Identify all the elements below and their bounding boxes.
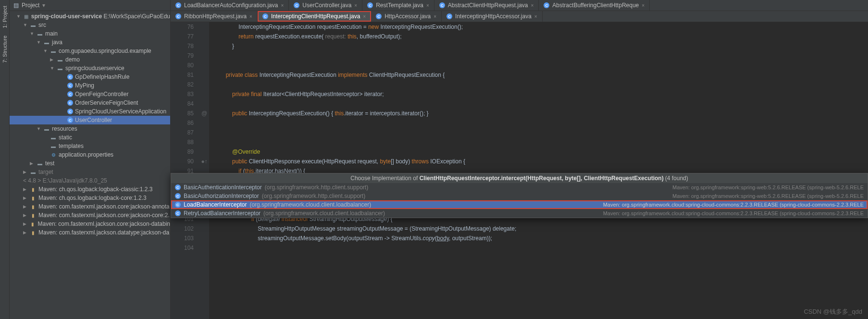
- project-root[interactable]: ▼ ▦ spring-cloud-user-service E:\WorkSpa…: [10, 12, 170, 21]
- close-icon[interactable]: ×: [642, 3, 645, 8]
- tree-item[interactable]: ▼▬com.gupaoedu.springcloud.example: [10, 47, 170, 55]
- library-item[interactable]: ▶▮Maven: ch.qos.logback:logback-core:1.2…: [10, 194, 170, 202]
- editor-tab[interactable]: CAbstractClientHttpRequest.java×: [434, 0, 539, 11]
- editor-tabs-row2: CRibbonHttpRequest.java×CInterceptingCli…: [171, 11, 868, 22]
- popup-title: Choose Implementation of ClientHttpReque…: [171, 173, 868, 183]
- folder-icon: ▤: [13, 2, 19, 9]
- tree-item[interactable]: CMyPing: [10, 81, 170, 90]
- tree-item[interactable]: ▬templates: [10, 142, 170, 150]
- tree-item[interactable]: ▬static: [10, 133, 170, 142]
- project-tree[interactable]: ▼ ▦ spring-cloud-user-service E:\WorkSpa…: [10, 11, 170, 319]
- tree-item[interactable]: CGpDefineIpHashRule: [10, 73, 170, 81]
- popup-item[interactable]: CBasicAuthenticationInterceptor (org.spr…: [171, 183, 868, 192]
- close-icon[interactable]: ×: [434, 14, 436, 19]
- editor-tab[interactable]: CHttpAccessor.java×: [371, 11, 442, 22]
- tree-item[interactable]: CSpringCloudUserServiceApplication: [10, 107, 170, 116]
- library-item[interactable]: ▶▮Maven: ch.qos.logback:logback-classic:…: [10, 185, 170, 194]
- editor-area: CLoadBalancerAutoConfiguration.java×CUse…: [171, 0, 868, 319]
- library-item[interactable]: ▶▮Maven: com.fasterxml.jackson.core:jack…: [10, 220, 170, 228]
- editor-tabs-row1: CLoadBalancerAutoConfiguration.java×CUse…: [171, 0, 868, 11]
- tree-item[interactable]: ▼▬java: [10, 38, 170, 47]
- tree-item[interactable]: COpenFeignController: [10, 90, 170, 98]
- tree-item[interactable]: COrderServiceFeignClient: [10, 98, 170, 107]
- popup-item[interactable]: CRetryLoadBalancerInterceptor (org.sprin…: [171, 209, 868, 218]
- tree-item[interactable]: ▶▬target: [10, 168, 170, 176]
- close-icon[interactable]: ×: [426, 3, 429, 8]
- tree-item[interactable]: ⚙application.properties: [10, 150, 170, 159]
- close-icon[interactable]: ×: [354, 3, 357, 8]
- editor-tab[interactable]: CRibbonHttpRequest.java×: [171, 11, 258, 22]
- implementation-popup[interactable]: Choose Implementation of ClientHttpReque…: [171, 173, 868, 218]
- editor-tab[interactable]: CRestTemplate.java×: [362, 0, 434, 11]
- editor-tab[interactable]: CUserController.java×: [289, 0, 362, 11]
- tree-item[interactable]: ▶▬test: [10, 159, 170, 168]
- tree-item[interactable]: ▼▬springclouduserservice: [10, 64, 170, 73]
- editor-tab[interactable]: CLoadBalancerAutoConfiguration.java×: [171, 0, 289, 11]
- tree-item[interactable]: CUserController: [10, 116, 170, 124]
- library-item[interactable]: ▶▮Maven: com.fasterxml.jackson.datatype:…: [10, 228, 170, 237]
- popup-item[interactable]: CLoadBalancerInterceptor (org.springfram…: [171, 200, 868, 209]
- editor-tab[interactable]: CInterceptingHttpAccessor.java×: [442, 11, 543, 22]
- project-sidebar: ▤ Project ▾ ▼ ▦ spring-cloud-user-servic…: [10, 0, 171, 319]
- close-icon[interactable]: ×: [531, 3, 534, 8]
- toolwindow-structure[interactable]: 7: Structure: [1, 32, 9, 67]
- editor-tab[interactable]: CAbstractBufferingClientHttpReque×: [539, 0, 650, 11]
- editor-tab[interactable]: CInterceptingClientHttpRequest.java×: [258, 11, 371, 22]
- library-item[interactable]: ▶▮Maven: com.fasterxml.jackson.core:jack…: [10, 202, 170, 211]
- sidebar-title: Project: [22, 2, 39, 9]
- tree-item[interactable]: ▼▬src: [10, 21, 170, 29]
- popup-item[interactable]: CBasicAuthorizationInterceptor (org.spri…: [171, 192, 868, 200]
- close-icon[interactable]: ×: [249, 14, 252, 19]
- left-toolbar: 1: Project 7: Structure: [0, 0, 10, 319]
- close-icon[interactable]: ×: [534, 14, 537, 19]
- tree-item[interactable]: ▼▬resources: [10, 124, 170, 133]
- toolwindow-project[interactable]: 1: Project: [1, 2, 9, 32]
- line-numbers: 7677787980818283848586878889909192939910…: [171, 22, 199, 319]
- code-editor[interactable]: 7677787980818283848586878889909192939910…: [171, 22, 868, 319]
- close-icon[interactable]: ×: [363, 14, 366, 19]
- watermark: CSDN @钱多多_qdd: [804, 307, 862, 316]
- tree-item[interactable]: ▼▬main: [10, 29, 170, 38]
- dropdown-icon[interactable]: ▾: [42, 2, 45, 9]
- gutter-icons[interactable]: @ ●↑: [199, 22, 209, 319]
- close-icon[interactable]: ×: [281, 3, 284, 8]
- code-content[interactable]: InterceptingRequestExecution requestExec…: [209, 22, 868, 319]
- library-item[interactable]: ▶▮Maven: com.fasterxml.jackson.core:jack…: [10, 211, 170, 220]
- tree-item[interactable]: ▶▬demo: [10, 55, 170, 64]
- sidebar-header: ▤ Project ▾: [10, 0, 170, 11]
